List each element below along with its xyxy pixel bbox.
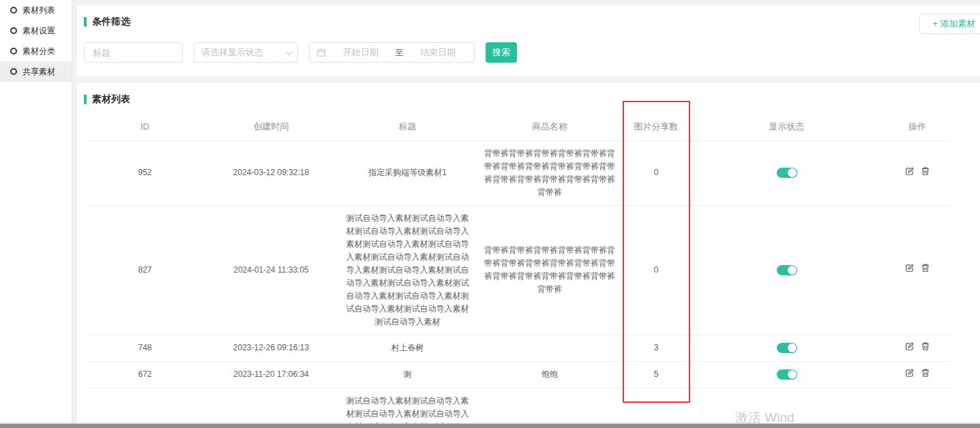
display-status-select[interactable]: 请选择显示状态 [194, 42, 298, 63]
table-row: 6722023-11-20 17:06:34测饱饱5 [85, 361, 951, 388]
sidebar-item-label: 素材分类 [23, 46, 55, 57]
col-header-share-count: 图片分享数 [622, 113, 690, 140]
col-header-created: 创建时间 [205, 113, 338, 140]
delete-icon[interactable] [921, 166, 930, 176]
date-separator: 至 [396, 47, 404, 59]
filter-card: 条件筛选 请选择显示状态 开始日期 至 结束日期 搜索 [77, 5, 980, 76]
edit-icon[interactable] [905, 368, 915, 378]
cell-id: 672 [85, 361, 205, 388]
end-date-placeholder: 结束日期 [409, 46, 468, 59]
toggle-knob [788, 343, 797, 352]
visibility-toggle[interactable] [777, 343, 797, 353]
table-row: 5162023-08-30 10:42:14测试自动导入素材测试自动导入素材测试… [85, 388, 951, 423]
table-row: 9522024-03-12 09:32:18指定采购端等级素材1背带裤背带裤背带… [85, 140, 951, 205]
cell-id: 952 [85, 140, 205, 205]
cell-id: 748 [85, 335, 205, 361]
delete-icon[interactable] [921, 368, 930, 378]
col-header-title: 标题 [338, 113, 477, 140]
select-placeholder: 请选择显示状态 [201, 46, 263, 59]
table-section-title: 素材列表 [84, 93, 130, 106]
add-material-button[interactable]: + 添加素材 [919, 14, 980, 34]
visibility-toggle[interactable] [777, 168, 797, 178]
circle-icon [10, 7, 17, 14]
search-button[interactable]: 搜索 [486, 42, 517, 63]
cell-share-count: 2 [622, 388, 690, 423]
edit-icon[interactable] [905, 341, 915, 351]
delete-icon[interactable] [921, 341, 930, 351]
section-accent-bar [84, 17, 87, 27]
material-table: ID 创建时间 标题 商品名称 图片分享数 显示状态 操作 9522024-03… [85, 113, 951, 423]
table-section-title-text: 素材列表 [92, 93, 130, 106]
edit-icon[interactable] [905, 166, 915, 176]
title-input[interactable] [84, 42, 183, 63]
cell-product [477, 388, 622, 423]
delete-icon[interactable] [921, 263, 930, 273]
col-header-id: ID [85, 113, 205, 140]
sidebar-item-label: 共享素材 [23, 66, 55, 78]
edit-icon[interactable] [905, 263, 915, 273]
cell-share-count: 0 [622, 205, 690, 335]
chevron-down-icon [286, 48, 293, 55]
cell-created: 2024-03-12 09:32:18 [205, 140, 338, 205]
sidebar: 素材列表 素材设置 素材分类 共享素材 [0, 0, 72, 423]
sidebar-item-label: 素材列表 [23, 5, 55, 16]
sidebar-item-material-category[interactable]: 素材分类 [0, 41, 72, 61]
cell-title: 测试自动导入素材测试自动导入素材测试自动导入素材测试自动导入素材测试自动导入素材… [338, 388, 477, 423]
toggle-knob [788, 370, 797, 379]
col-header-actions: 操作 [883, 113, 951, 140]
table-row: 7482023-12-26 09:16:13村上春树3 [85, 335, 951, 361]
section-accent-bar [84, 95, 87, 104]
cell-created: 2023-12-26 09:16:13 [205, 335, 338, 361]
cell-created: 2023-08-30 10:42:14 [205, 388, 338, 423]
toggle-knob [788, 266, 797, 275]
cell-title: 测 [338, 361, 477, 388]
cell-title: 指定采购端等级素材1 [338, 140, 477, 205]
visibility-toggle[interactable] [777, 369, 797, 380]
circle-icon [10, 27, 17, 34]
col-header-product: 商品名称 [477, 113, 622, 140]
table-header-row: ID 创建时间 标题 商品名称 图片分享数 显示状态 操作 [85, 113, 951, 140]
cell-title: 测试自动导入素材测试自动导入素材测试自动导入素材测试自动导入素材测试自动导入素材… [338, 205, 477, 335]
page: 素材列表 素材设置 素材分类 共享素材 条件筛选 请选择显示状态 [0, 0, 980, 428]
cell-id: 827 [85, 205, 205, 335]
cell-share-count: 3 [622, 335, 690, 361]
filter-section-title-text: 条件筛选 [92, 16, 130, 28]
cell-created: 2024-01-24 11:33:05 [205, 205, 338, 335]
sidebar-item-shared-material[interactable]: 共享素材 [0, 61, 72, 82]
visibility-toggle[interactable] [777, 265, 797, 275]
cell-title: 村上春树 [338, 335, 477, 361]
calendar-icon [316, 48, 326, 57]
start-date-placeholder: 开始日期 [331, 46, 390, 59]
cell-product: 背带裤背带裤背带裤背带裤背带裤背带裤背带裤背带裤背带裤背带裤背带裤背带裤背带裤背… [477, 140, 622, 205]
toggle-knob [788, 168, 797, 177]
cell-id: 516 [85, 388, 205, 423]
filter-section-title: 条件筛选 [84, 16, 130, 28]
circle-icon [10, 68, 17, 75]
horizontal-scrollbar[interactable] [0, 423, 980, 428]
table-row: 8272024-01-24 11:33:05测试自动导入素材测试自动导入素材测试… [85, 205, 951, 335]
date-range-picker[interactable]: 开始日期 至 结束日期 [309, 42, 475, 63]
filter-row: 请选择显示状态 开始日期 至 结束日期 搜索 [84, 42, 517, 63]
sidebar-item-material-list[interactable]: 素材列表 [0, 0, 72, 20]
circle-icon [10, 48, 17, 55]
col-header-visibility: 显示状态 [690, 113, 883, 140]
cell-share-count: 0 [622, 140, 690, 205]
cell-product: 饱饱 [477, 361, 622, 388]
material-list-card: 素材列表 ID 创建时间 标题 商品名称 图片分享数 显示状态 操作 95220… [77, 83, 980, 423]
cell-product: 背带裤背带裤背带裤背带裤背带裤背带裤背带裤背带裤背带裤背带裤背带裤背带裤背带裤背… [477, 205, 622, 335]
sidebar-item-material-settings[interactable]: 素材设置 [0, 20, 72, 41]
cell-created: 2023-11-20 17:06:34 [205, 361, 338, 388]
cell-share-count: 5 [622, 361, 690, 388]
sidebar-item-label: 素材设置 [23, 25, 55, 37]
cell-product [477, 335, 622, 361]
